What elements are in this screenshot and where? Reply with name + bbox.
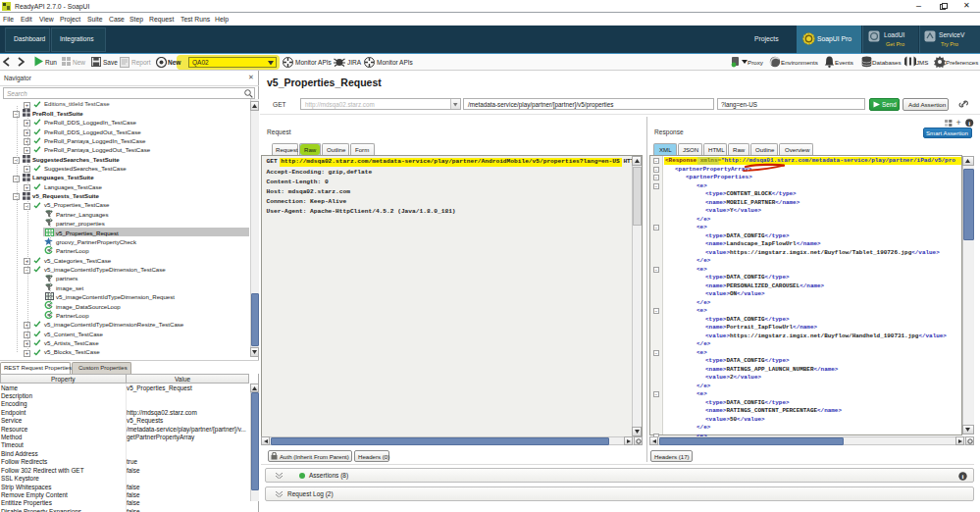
svg-text:i: i <box>962 473 964 481</box>
svg-text:i: i <box>968 120 970 127</box>
